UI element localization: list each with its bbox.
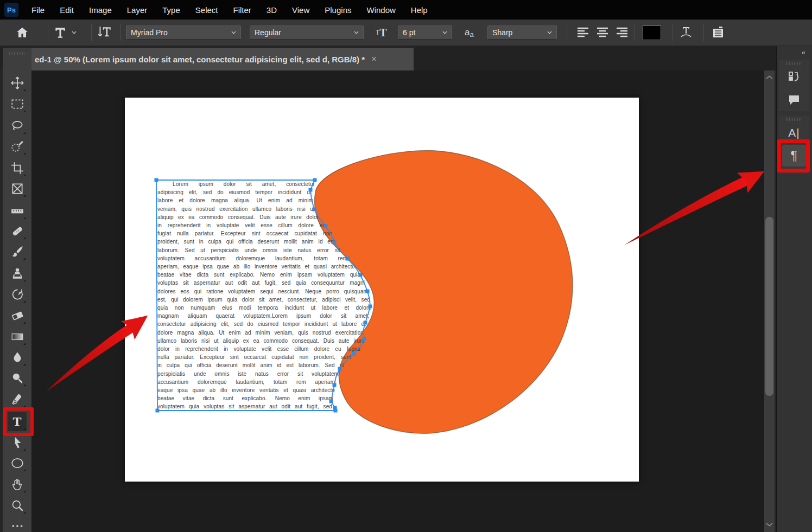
eraser-tool[interactable] — [8, 306, 27, 325]
ruler-tool[interactable] — [8, 201, 27, 220]
font-style-select[interactable]: Regular — [250, 25, 364, 40]
home-button[interactable] — [15, 20, 29, 46]
warp-text-icon — [678, 25, 694, 40]
blur-tool[interactable] — [8, 348, 27, 367]
character-panel-button[interactable]: A| — [782, 122, 806, 144]
menu-filter[interactable]: Filter — [226, 1, 259, 19]
anti-alias-select[interactable]: Sharp — [487, 25, 557, 40]
vertical-scrollbar[interactable] — [764, 70, 775, 532]
anchor-point[interactable] — [334, 409, 338, 413]
anchor-point[interactable] — [352, 352, 356, 356]
menu-3d[interactable]: 3D — [259, 1, 284, 19]
clone-stamp-icon — [10, 266, 24, 280]
dodge-tool[interactable] — [8, 368, 27, 387]
menu-plugins[interactable]: Plugins — [317, 1, 359, 19]
rectangular-marquee-tool[interactable] — [8, 94, 27, 113]
font-family-select[interactable]: Myriad Pro — [126, 25, 241, 40]
warp-text-button[interactable] — [678, 20, 694, 46]
path-anchor-points[interactable] — [155, 178, 372, 413]
hand-tool[interactable] — [8, 475, 27, 493]
anchor-point[interactable] — [369, 305, 372, 309]
history-brush-tool[interactable] — [8, 285, 27, 304]
anchor-point[interactable] — [333, 383, 337, 387]
align-right-button[interactable] — [616, 27, 629, 39]
anchor-point[interactable] — [366, 290, 370, 293]
dock-header[interactable]: « — [777, 46, 812, 59]
menu-select[interactable]: Select — [188, 1, 226, 19]
pen-tool[interactable] — [8, 389, 27, 408]
type-tool-preset[interactable] — [53, 20, 77, 46]
scrollbar-thumb[interactable] — [765, 217, 773, 396]
anchor-point[interactable] — [313, 178, 317, 182]
menu-layer[interactable]: Layer — [119, 1, 155, 19]
lasso-tool[interactable] — [8, 116, 27, 135]
collapse-panels-icon[interactable]: « — [802, 48, 805, 56]
font-size-value: 6 pt — [403, 28, 415, 37]
text-color-swatch[interactable] — [643, 25, 661, 40]
panel-grip[interactable] — [9, 52, 26, 55]
align-left-button[interactable] — [576, 27, 589, 39]
panels-icon — [711, 25, 725, 40]
font-size-select[interactable]: 6 pt — [398, 25, 452, 40]
type-tool[interactable]: T — [8, 412, 27, 431]
anchor-point[interactable] — [155, 178, 158, 182]
toggle-panels-button[interactable] — [711, 20, 725, 46]
document-tab[interactable]: ed-1 @ 50% (Lorem ipsum dolor sit amet, … — [22, 48, 414, 70]
anchor-point[interactable] — [359, 273, 363, 277]
font-style-value: Regular — [255, 28, 281, 37]
history-panel-button[interactable] — [782, 66, 806, 88]
frame-tool[interactable] — [8, 179, 27, 198]
anchor-point[interactable] — [156, 409, 160, 413]
text-frame-path[interactable] — [125, 98, 639, 482]
path-selection-tool[interactable] — [8, 433, 27, 452]
menu-image[interactable]: Image — [81, 1, 119, 19]
menu-edit[interactable]: Edit — [52, 1, 81, 19]
ellipse-tool[interactable] — [8, 453, 27, 472]
anchor-point[interactable] — [324, 225, 328, 228]
scroll-down-icon[interactable] — [765, 522, 773, 527]
type-tool-icon — [53, 25, 67, 40]
align-center-button[interactable] — [596, 27, 609, 39]
document-canvas[interactable]: Lorem ipsum dolor sit amet, consectetura… — [125, 98, 639, 482]
menu-file[interactable]: File — [24, 1, 52, 19]
chevron-down-icon — [354, 31, 359, 34]
selection-brush-icon — [10, 139, 24, 153]
selection-brush-tool[interactable] — [8, 137, 27, 156]
document-tab-bar: ed-1 @ 50% (Lorem ipsum dolor sit amet, … — [0, 46, 777, 70]
move-tool[interactable] — [8, 73, 27, 92]
anchor-point[interactable] — [309, 188, 313, 192]
menu-window[interactable]: Window — [359, 1, 403, 19]
text-orientation-button[interactable] — [97, 20, 113, 46]
anchor-point[interactable] — [363, 337, 366, 341]
paragraph-panel-button[interactable]: ¶ — [782, 145, 806, 166]
clone-stamp-tool[interactable] — [8, 264, 27, 283]
crop-tool[interactable] — [8, 158, 27, 177]
dock-group-history — [779, 60, 809, 111]
edit-toolbar-tool[interactable] — [8, 516, 27, 532]
character-panel-icon: A| — [788, 126, 800, 139]
chevron-down-icon — [442, 31, 447, 34]
menu-view[interactable]: View — [284, 1, 317, 19]
spot-healing-brush-tool[interactable] — [8, 221, 27, 240]
anchor-point[interactable] — [313, 208, 316, 211]
anchor-point[interactable] — [364, 321, 367, 325]
zoom-tool[interactable] — [8, 496, 27, 515]
anchor-point[interactable] — [333, 241, 337, 245]
menu-help[interactable]: Help — [403, 1, 435, 19]
anchor-point[interactable] — [329, 400, 333, 403]
menu-type[interactable]: Type — [155, 1, 188, 19]
anchor-point[interactable] — [338, 367, 342, 371]
chevron-down-icon — [231, 31, 236, 34]
panel-grip[interactable] — [786, 62, 802, 65]
scroll-up-icon[interactable] — [765, 75, 773, 80]
comments-panel-button[interactable] — [782, 89, 806, 111]
frame-icon — [10, 182, 24, 196]
panel-grip[interactable] — [786, 118, 802, 121]
anchor-point[interactable] — [346, 257, 350, 261]
ellipse-icon — [10, 456, 24, 470]
hand-icon — [10, 477, 24, 491]
brush-tool[interactable] — [8, 242, 27, 261]
home-icon — [15, 25, 29, 40]
tab-close-icon[interactable]: × — [371, 54, 377, 65]
gradient-tool[interactable] — [8, 327, 27, 346]
